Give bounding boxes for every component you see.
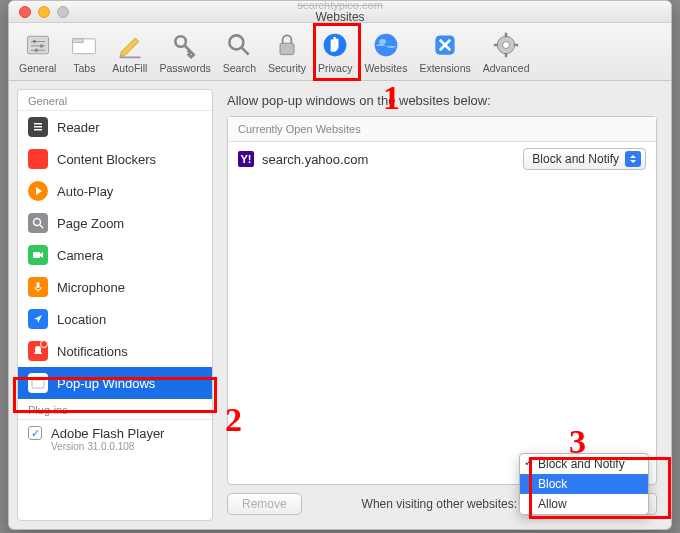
svg-marker-35 — [34, 315, 42, 323]
svg-marker-32 — [40, 252, 43, 258]
svg-point-6 — [34, 49, 38, 53]
location-icon — [28, 309, 48, 329]
tab-general[interactable]: General — [15, 24, 60, 76]
tab-advanced[interactable]: Advanced — [479, 24, 534, 76]
menu-item-allow[interactable]: Allow — [520, 494, 648, 514]
globe-icon — [371, 30, 401, 60]
sidebar-item-reader[interactable]: Reader — [18, 111, 212, 143]
sidebar-label: Pop-up Windows — [57, 376, 155, 391]
sidebar-label: Camera — [57, 248, 103, 263]
svg-line-30 — [40, 225, 43, 228]
tab-label: AutoFill — [112, 62, 147, 74]
svg-marker-27 — [32, 153, 44, 165]
sidebar-label: Page Zoom — [57, 216, 124, 231]
search-icon — [224, 30, 254, 60]
sidebar-item-camera[interactable]: Camera — [18, 239, 212, 271]
gear-slider-icon — [23, 30, 53, 60]
key-icon — [170, 30, 200, 60]
minimize-window-button[interactable] — [38, 6, 50, 18]
sidebar-item-content-blockers[interactable]: Content Blockers — [18, 143, 212, 175]
gear-icon — [491, 30, 521, 60]
plugin-label: Adobe Flash Player — [51, 426, 164, 441]
sidebar-item-auto-play[interactable]: Auto-Play — [18, 175, 212, 207]
sidebar-label: Notifications — [57, 344, 128, 359]
remove-button[interactable]: Remove — [227, 493, 302, 515]
window-title: Websites — [297, 11, 383, 24]
row-setting-value: Block and Notify — [532, 152, 619, 166]
window-icon — [28, 373, 48, 393]
sidebar-item-flash-plugin[interactable]: Adobe Flash Player Version 31.0.0.108 — [18, 420, 212, 458]
menu-item-block[interactable]: Block — [520, 474, 648, 494]
tab-label: Tabs — [73, 62, 95, 74]
tab-label: Search — [223, 62, 256, 74]
tabs-icon — [69, 30, 99, 60]
svg-rect-26 — [34, 129, 42, 131]
website-row[interactable]: Y! search.yahoo.com Block and Notify — [228, 142, 656, 176]
tab-tabs[interactable]: Tabs — [64, 24, 104, 76]
svg-rect-37 — [32, 378, 44, 381]
svg-point-29 — [34, 219, 41, 226]
main-title: Allow pop-up windows on the websites bel… — [227, 93, 657, 108]
preferences-toolbar: General Tabs AutoFill Passwords Search — [9, 23, 671, 81]
lock-icon — [272, 30, 302, 60]
other-websites-label: When visiting other websites: — [362, 497, 517, 511]
tab-privacy[interactable]: Privacy — [314, 24, 356, 76]
tab-websites[interactable]: Websites — [360, 24, 411, 76]
plugin-checkbox[interactable] — [28, 426, 42, 440]
sidebar-label: Location — [57, 312, 106, 327]
sidebar-item-microphone[interactable]: Microphone — [18, 271, 212, 303]
panel-header: Currently Open Websites — [228, 117, 656, 142]
tab-label: Extensions — [419, 62, 470, 74]
tab-autofill[interactable]: AutoFill — [108, 24, 151, 76]
svg-marker-39 — [630, 160, 636, 163]
tab-search[interactable]: Search — [219, 24, 260, 76]
svg-marker-28 — [36, 187, 42, 195]
svg-rect-25 — [34, 126, 42, 128]
camera-icon — [28, 245, 48, 265]
sidebar-item-notifications[interactable]: Notifications — [18, 335, 212, 367]
title-stack: searchtypico.com Websites — [297, 0, 383, 24]
website-domain: search.yahoo.com — [262, 152, 368, 167]
svg-rect-24 — [34, 123, 42, 125]
tab-label: Websites — [364, 62, 407, 74]
updown-icon — [625, 151, 641, 167]
websites-panel: Currently Open Websites Y! search.yahoo.… — [227, 116, 657, 485]
svg-rect-13 — [280, 43, 294, 54]
zoom-window-button[interactable] — [57, 6, 69, 18]
sidebar-item-page-zoom[interactable]: Page Zoom — [18, 207, 212, 239]
tab-label: Advanced — [483, 62, 530, 74]
tab-passwords[interactable]: Passwords — [155, 24, 214, 76]
sidebar-item-location[interactable]: Location — [18, 303, 212, 335]
svg-rect-0 — [27, 36, 48, 54]
stop-icon — [28, 149, 48, 169]
svg-rect-31 — [33, 252, 40, 258]
tab-label: Security — [268, 62, 306, 74]
svg-point-11 — [230, 35, 244, 49]
row-setting-select[interactable]: Block and Notify — [523, 148, 646, 170]
title-context: searchtypico.com — [297, 0, 383, 11]
sidebar-item-popup-windows[interactable]: Pop-up Windows — [18, 367, 212, 399]
zoom-icon — [28, 213, 48, 233]
pencil-icon — [115, 30, 145, 60]
yahoo-favicon-icon: Y! — [238, 151, 254, 167]
sidebar-section-plugins: Plug-ins — [18, 399, 212, 420]
hand-privacy-icon — [320, 30, 350, 60]
svg-point-4 — [32, 40, 36, 44]
svg-line-12 — [242, 48, 249, 55]
preferences-window: searchtypico.com Websites General Tabs A… — [8, 0, 672, 530]
svg-point-19 — [503, 42, 510, 49]
tab-label: Passwords — [159, 62, 210, 74]
tab-label: General — [19, 62, 56, 74]
tab-security[interactable]: Security — [264, 24, 310, 76]
tab-extensions[interactable]: Extensions — [415, 24, 474, 76]
close-window-button[interactable] — [19, 6, 31, 18]
plugin-version: Version 31.0.0.108 — [51, 441, 164, 452]
svg-rect-8 — [73, 39, 84, 43]
other-websites-menu[interactable]: Block and Notify Block Allow — [519, 453, 649, 515]
menu-item-block-and-notify[interactable]: Block and Notify — [520, 454, 648, 474]
sidebar-section-general: General — [18, 90, 212, 111]
play-icon — [28, 181, 48, 201]
sidebar-label: Content Blockers — [57, 152, 156, 167]
svg-point-5 — [39, 44, 43, 48]
sidebar-label: Microphone — [57, 280, 125, 295]
